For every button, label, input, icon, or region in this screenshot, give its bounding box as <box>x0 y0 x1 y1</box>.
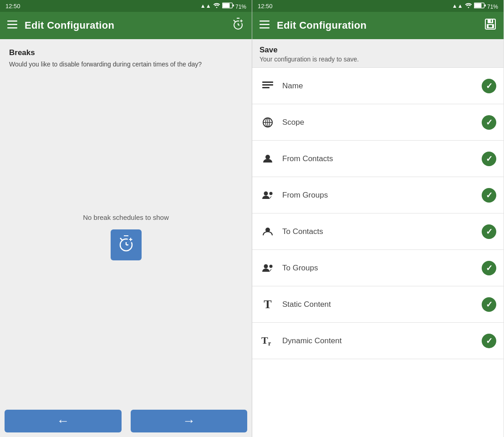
page-title-right: Edit Configuration <box>277 20 484 31</box>
time-right: 12:50 <box>258 3 273 10</box>
time-left: 12:50 <box>5 3 20 10</box>
to-groups-icon <box>260 263 276 273</box>
status-icons-left: ▲▲ 71% <box>200 2 246 10</box>
add-alarm-icon <box>117 235 135 255</box>
config-item-scope[interactable]: Scope <box>252 104 504 141</box>
config-item-name-check <box>482 79 496 93</box>
svg-rect-25 <box>474 3 481 8</box>
config-item-static-content-label: Static Content <box>282 300 482 309</box>
app-bar-right: Edit Configuration <box>252 12 504 39</box>
config-item-to-groups[interactable]: To Groups <box>252 250 504 286</box>
menu-button-left[interactable] <box>7 20 17 31</box>
wifi-icon-left <box>213 3 220 10</box>
svg-point-47 <box>270 264 273 268</box>
back-arrow-icon: ← <box>56 414 69 428</box>
left-panel: 12:50 ▲▲ 71% Edit Configuration <box>0 0 252 437</box>
svg-rect-31 <box>488 19 493 23</box>
status-bar-left: 12:50 ▲▲ 71% <box>0 0 252 12</box>
svg-point-43 <box>264 191 268 195</box>
scope-icon <box>260 117 276 128</box>
config-list: Name Scope From Contacts From Groups <box>252 67 504 437</box>
page-title-left: Edit Configuration <box>25 20 232 31</box>
status-bar-right: 12:50 ▲▲ 71% <box>252 0 504 12</box>
svg-text:T: T <box>261 335 268 346</box>
config-item-dynamic-content-check <box>482 334 496 348</box>
from-groups-icon <box>260 190 276 200</box>
svg-point-44 <box>270 192 273 195</box>
back-button[interactable]: ← <box>5 410 122 432</box>
dynamic-content-icon: T r <box>260 335 276 346</box>
menu-button-right[interactable] <box>260 20 270 31</box>
name-icon <box>260 81 276 91</box>
svg-rect-33 <box>489 25 492 27</box>
svg-rect-2 <box>233 4 234 6</box>
svg-rect-29 <box>260 27 270 29</box>
config-item-static-content-check <box>482 297 496 312</box>
right-panel: 12:50 ▲▲ 71% Edit Configuration <box>252 0 504 437</box>
config-item-from-contacts[interactable]: From Contacts <box>252 141 504 177</box>
config-item-dynamic-content[interactable]: T r Dynamic Content <box>252 323 504 359</box>
config-item-to-contacts-label: To Contacts <box>282 227 482 236</box>
svg-rect-36 <box>262 84 273 86</box>
forward-arrow-icon: → <box>183 414 195 428</box>
battery-icon-right: 71% <box>474 2 498 10</box>
svg-line-9 <box>234 20 235 22</box>
config-item-to-contacts[interactable]: To Contacts <box>252 213 504 250</box>
svg-rect-1 <box>222 3 229 8</box>
static-content-icon: T <box>260 298 276 311</box>
svg-rect-26 <box>484 4 486 6</box>
config-item-from-contacts-check <box>482 152 496 166</box>
config-item-from-groups-label: From Groups <box>282 191 482 200</box>
config-item-from-groups[interactable]: From Groups <box>252 177 504 213</box>
forward-button[interactable]: → <box>131 410 248 432</box>
signal-icon-right: ▲▲ <box>452 3 463 9</box>
config-item-to-groups-label: To Groups <box>282 264 482 273</box>
to-contacts-icon <box>260 226 276 237</box>
breaks-subtitle: Would you like to disable forwarding dur… <box>9 60 243 69</box>
svg-rect-37 <box>262 87 270 88</box>
svg-point-42 <box>265 155 270 159</box>
config-item-static-content[interactable]: T Static Content <box>252 286 504 323</box>
alarm-add-button[interactable] <box>232 18 244 33</box>
empty-state-text: No break schedules to show <box>83 213 168 221</box>
config-item-scope-check <box>482 115 496 130</box>
save-subtitle: Your configuration is ready to save. <box>260 56 496 63</box>
config-item-name-label: Name <box>282 81 482 91</box>
bottom-nav: ← → <box>0 405 252 437</box>
svg-text:r: r <box>268 340 271 346</box>
breaks-section: Breaks Would you like to disable forward… <box>0 39 252 74</box>
svg-point-46 <box>264 264 268 268</box>
save-button[interactable] <box>484 18 496 33</box>
config-item-dynamic-content-label: Dynamic Content <box>282 336 482 346</box>
svg-rect-28 <box>260 24 270 25</box>
empty-state: No break schedules to show <box>0 74 252 437</box>
status-icons-right: ▲▲ 71% <box>452 2 498 10</box>
save-title: Save <box>260 46 496 55</box>
svg-rect-34 <box>491 20 492 22</box>
svg-rect-3 <box>7 20 17 22</box>
battery-icon-left: 71% <box>222 2 246 10</box>
config-item-from-groups-check <box>482 188 496 203</box>
breaks-title: Breaks <box>9 48 243 57</box>
svg-rect-5 <box>7 27 17 29</box>
config-item-from-contacts-label: From Contacts <box>282 154 482 163</box>
signal-icon-left: ▲▲ <box>200 3 211 9</box>
from-contacts-icon <box>260 153 276 164</box>
config-item-name[interactable]: Name <box>252 68 504 104</box>
save-section: Save Your configuration is ready to save… <box>252 39 504 67</box>
config-item-scope-label: Scope <box>282 118 482 127</box>
config-item-to-groups-check <box>482 261 496 275</box>
svg-rect-4 <box>7 24 17 25</box>
app-bar-left: Edit Configuration <box>0 12 252 39</box>
svg-rect-27 <box>260 20 270 22</box>
add-break-button[interactable] <box>111 229 142 260</box>
wifi-icon-right <box>465 3 472 10</box>
svg-rect-35 <box>262 81 273 83</box>
config-item-to-contacts-check <box>482 224 496 239</box>
svg-line-18 <box>120 238 122 240</box>
